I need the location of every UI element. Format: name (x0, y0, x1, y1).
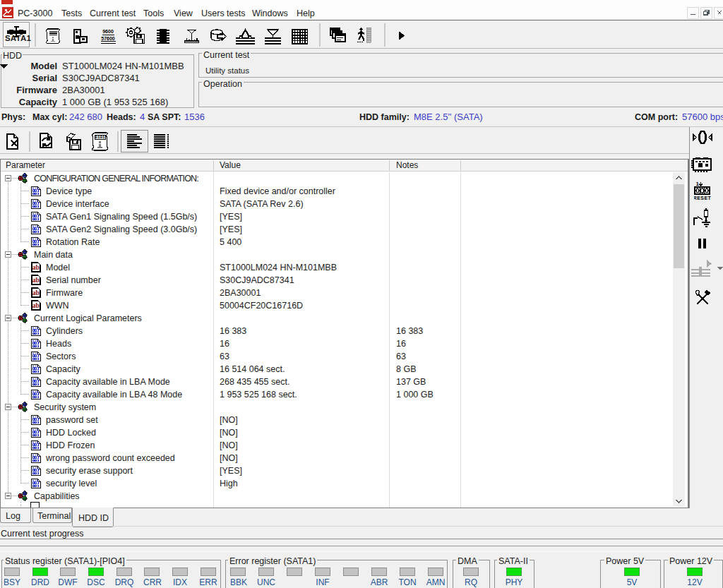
svg-text:RESET: RESET (694, 196, 711, 200)
svg-text:57600: 57600 (101, 36, 115, 41)
svg-text:ab: ab (32, 264, 40, 271)
svg-text:ab: ab (32, 289, 40, 296)
svg-text:9600: 9600 (102, 29, 114, 34)
svg-text:ab: ab (32, 302, 40, 309)
svg-text:0101: 0101 (95, 135, 105, 140)
svg-text:ab: ab (32, 277, 40, 284)
svg-text:1: 1 (696, 181, 700, 187)
